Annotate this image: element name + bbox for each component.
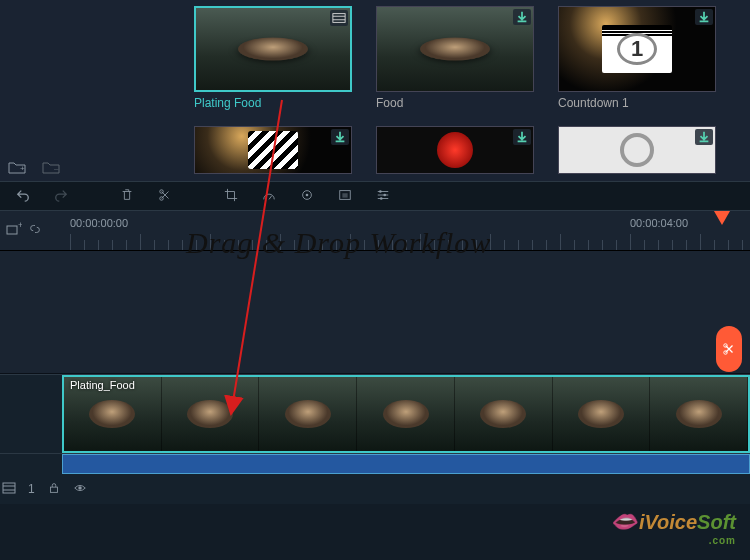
- svg-text:+: +: [20, 164, 25, 173]
- svg-rect-19: [3, 483, 15, 493]
- svg-rect-22: [50, 487, 57, 492]
- svg-point-14: [380, 197, 383, 200]
- download-badge-icon[interactable]: [331, 129, 349, 145]
- media-item[interactable]: [376, 126, 546, 186]
- watermark-brand-b: Soft: [697, 511, 736, 533]
- media-thumb[interactable]: 1: [558, 6, 716, 92]
- lips-icon: 👄: [610, 509, 637, 534]
- svg-point-12: [379, 190, 382, 193]
- watermark-tld: .com: [610, 535, 736, 546]
- film-badge-icon: [330, 10, 348, 26]
- svg-text:–: –: [54, 164, 59, 173]
- redo-icon[interactable]: [54, 188, 68, 205]
- scissors-icon[interactable]: [716, 326, 742, 372]
- svg-text:+: +: [18, 222, 22, 230]
- lock-icon[interactable]: [47, 481, 61, 498]
- settings-icon[interactable]: [376, 188, 390, 205]
- media-item-countdown[interactable]: 1 Countdown 1: [558, 6, 728, 126]
- media-thumb[interactable]: [194, 6, 352, 92]
- media-item-label: Countdown 1: [558, 96, 728, 110]
- clip-plating-food[interactable]: Plating_Food: [62, 375, 750, 453]
- media-item[interactable]: [194, 126, 364, 186]
- media-item[interactable]: [558, 126, 728, 186]
- audio-clip[interactable]: [62, 454, 750, 474]
- delete-icon[interactable]: [120, 188, 134, 205]
- green-screen-icon[interactable]: [338, 188, 352, 205]
- download-badge-icon[interactable]: [695, 129, 713, 145]
- timeline-ruler[interactable]: + 00:00:00:00 00:00:04:00: [0, 211, 750, 251]
- media-thumb[interactable]: [376, 6, 534, 92]
- library-folder-actions: + –: [8, 160, 60, 177]
- playhead-icon[interactable]: [714, 211, 730, 225]
- track-index: 1: [28, 482, 35, 496]
- split-icon[interactable]: [158, 188, 172, 205]
- track-gutter: [0, 375, 62, 453]
- color-icon[interactable]: [300, 188, 314, 205]
- media-item-food[interactable]: Food: [376, 6, 546, 126]
- clip-label: Plating_Food: [70, 379, 135, 391]
- media-library-panel: Plating Food Food 1 Countdown 1: [0, 0, 750, 181]
- folder-sub-icon[interactable]: –: [42, 160, 60, 177]
- folder-add-icon[interactable]: +: [8, 160, 26, 177]
- audio-track[interactable]: [0, 454, 750, 474]
- film-track-icon: [2, 482, 16, 497]
- download-badge-icon[interactable]: [513, 129, 531, 145]
- svg-point-9: [306, 193, 309, 196]
- link-icon[interactable]: [28, 222, 42, 239]
- speed-icon[interactable]: [262, 188, 276, 205]
- svg-line-7: [269, 195, 272, 199]
- add-track-icon[interactable]: +: [6, 222, 22, 239]
- media-item-label: Plating Food: [194, 96, 364, 110]
- video-track[interactable]: Plating_Food: [0, 374, 750, 454]
- ruler-time-label: 00:00:00:00: [70, 217, 128, 229]
- watermark: 👄iVoiceSoft .com: [610, 509, 736, 546]
- ruler-time-label: 00:00:04:00: [630, 217, 688, 229]
- media-item-plating-food[interactable]: Plating Food: [194, 6, 364, 126]
- svg-point-13: [383, 193, 386, 196]
- media-thumb[interactable]: [558, 126, 716, 174]
- undo-icon[interactable]: [16, 188, 30, 205]
- svg-rect-11: [342, 193, 347, 197]
- media-thumb[interactable]: [376, 126, 534, 174]
- timeline-toolbar: [0, 181, 750, 211]
- media-item-label: Food: [376, 96, 546, 110]
- crop-icon[interactable]: [224, 188, 238, 205]
- watermark-brand-a: iVoice: [639, 511, 697, 533]
- track-header: 1: [0, 474, 750, 504]
- timeline-empty-area[interactable]: [0, 251, 750, 374]
- media-grid: Plating Food Food 1 Countdown 1: [194, 6, 728, 186]
- eye-icon[interactable]: [73, 481, 87, 498]
- svg-rect-0: [333, 14, 345, 23]
- download-badge-icon[interactable]: [695, 9, 713, 25]
- media-thumb[interactable]: [194, 126, 352, 174]
- svg-point-23: [78, 486, 82, 490]
- download-badge-icon[interactable]: [513, 9, 531, 25]
- svg-rect-15: [7, 226, 17, 234]
